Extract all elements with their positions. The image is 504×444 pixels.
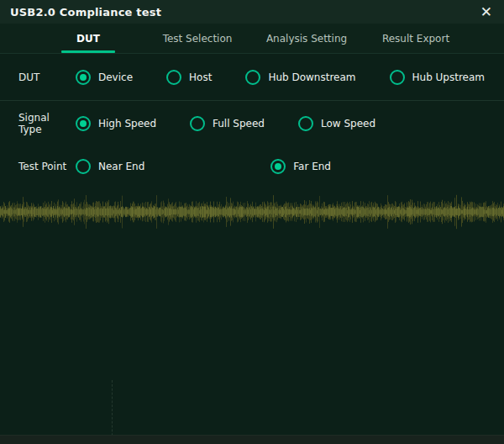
noise-waveform [0,190,504,237]
dut-options: Device Host Hub Downstream Hub Upstream [76,70,485,85]
radio-label: Hub Upstream [412,71,486,83]
tab-label: Test Selection [163,33,233,45]
signal-type-label: Signal Type [18,112,76,135]
dut-row: DUT Device Host Hub Downstream Hub Upstr… [0,55,504,100]
tab-analysis-setting[interactable]: Analysis Setting [252,24,361,53]
radio-icon [76,116,91,131]
tab-label: DUT [76,33,100,45]
radio-label: Host [189,71,212,83]
radio-icon [270,159,286,174]
radio-far-end[interactable]: Far End [270,159,331,174]
radio-icon [298,116,313,131]
radio-device[interactable]: Device [76,70,133,85]
signal-type-row: Signal Type High Speed Full Speed Low Sp… [0,101,504,146]
radio-host[interactable]: Host [166,70,212,85]
radio-label: Full Speed [213,118,265,130]
radio-icon [245,70,260,85]
tab-dut[interactable]: DUT [34,24,143,53]
signal-type-options: High Speed Full Speed Low Speed [76,116,375,131]
tab-result-export[interactable]: Result Export [361,24,470,53]
tab-label: Result Export [382,33,449,45]
radio-label: Low Speed [321,118,375,130]
window-title: USB2.0 Compliance test [10,6,161,18]
tab-bar: DUT Test Selection Analysis Setting Resu… [0,24,504,54]
radio-icon [390,70,405,85]
radio-label: Far End [293,161,331,172]
radio-label: High Speed [98,118,156,130]
test-point-options: Near End Far End [76,159,331,174]
radio-label: Hub Downstream [268,71,355,83]
radio-hub-downstream[interactable]: Hub Downstream [245,70,355,85]
radio-icon [190,116,205,131]
radio-low-speed[interactable]: Low Speed [298,116,375,131]
radio-near-end[interactable]: Near End [76,159,144,174]
dut-row-label: DUT [18,71,76,83]
usb-compliance-dialog: USB2.0 Compliance test ✕ DUT Test Select… [0,0,504,444]
bottom-strip [0,435,504,444]
close-icon[interactable]: ✕ [477,3,496,21]
radio-icon [76,70,91,85]
radio-high-speed[interactable]: High Speed [76,116,156,131]
radio-hub-upstream[interactable]: Hub Upstream [390,70,486,85]
test-point-label: Test Point [18,161,76,172]
radio-label: Near End [98,161,144,172]
test-point-row: Test Point Near End Far End [0,146,504,187]
title-bar: USB2.0 Compliance test ✕ [0,0,504,24]
dialog-content: DUT Device Host Hub Downstream Hub Upstr… [0,55,504,187]
radio-full-speed[interactable]: Full Speed [190,116,265,131]
radio-icon [76,159,91,174]
tab-label: Analysis Setting [266,33,347,45]
tab-test-selection[interactable]: Test Selection [143,24,252,53]
radio-icon [166,70,181,85]
radio-label: Device [98,71,133,83]
